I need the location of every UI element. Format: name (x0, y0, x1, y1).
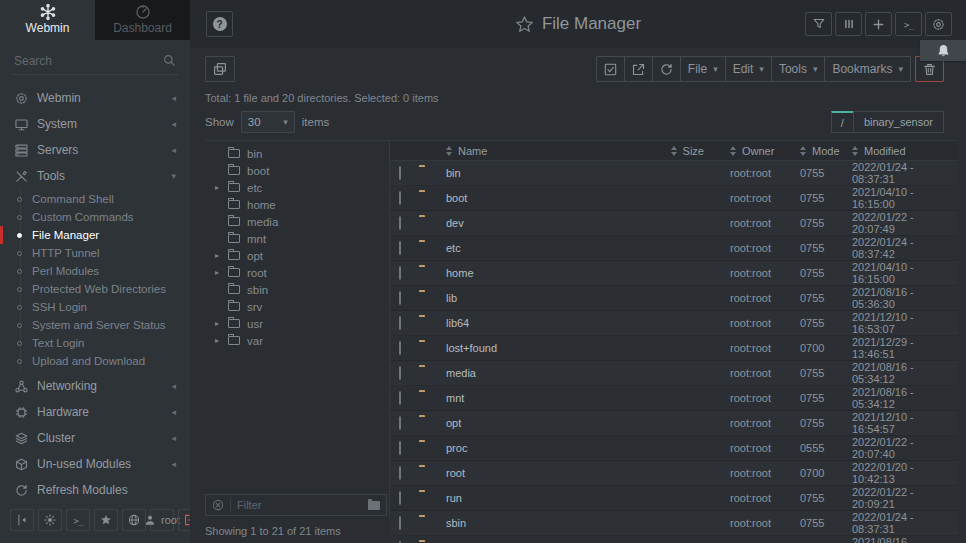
tree-item-opt[interactable]: ▸opt (205, 247, 389, 264)
sidebar-item-protected-web-directories[interactable]: Protected Web Directories (0, 280, 190, 298)
expand-arrow-icon[interactable]: ▸ (215, 268, 221, 277)
sidebar-item-cluster[interactable]: Cluster◂ (0, 425, 190, 451)
copy-path-button[interactable] (205, 56, 235, 82)
sidebar-item-tools[interactable]: Tools▾ (0, 163, 190, 189)
sidebar-item-http-tunnel[interactable]: HTTP Tunnel (0, 244, 190, 262)
sidebar-item-perl-modules[interactable]: Perl Modules (0, 262, 190, 280)
row-checkbox[interactable] (399, 391, 401, 405)
row-checkbox[interactable] (399, 366, 401, 380)
column-header-modified[interactable]: Modified (852, 145, 958, 157)
add-button[interactable] (865, 12, 892, 36)
table-row-boot[interactable]: bootroot:root07552021/04/10 - 16:15:00 (390, 186, 958, 211)
sidebar-item-system-and-server-status[interactable]: System and Server Status (0, 316, 190, 334)
row-checkbox[interactable] (399, 266, 401, 280)
tree-item-usr[interactable]: ▸usr (205, 315, 389, 332)
favorites-button[interactable] (94, 509, 118, 531)
sidebar-item-command-shell[interactable]: Command Shell (0, 190, 190, 208)
row-checkbox[interactable] (399, 491, 401, 505)
folder-icon[interactable] (368, 501, 380, 510)
table-row-home[interactable]: homeroot:root07552021/04/10 - 16:15:00 (390, 261, 958, 286)
column-header-owner[interactable]: Owner (714, 145, 800, 157)
table-row-lib64[interactable]: lib64root:root07552021/12/10 - 16:53:07 (390, 311, 958, 336)
table-row-srv[interactable]: srvroot:root07552021/08/16 - 05:34:12 (390, 536, 958, 543)
row-checkbox[interactable] (399, 216, 401, 230)
tree-item-srv[interactable]: srv (205, 298, 389, 315)
sidebar-item-system[interactable]: System◂ (0, 111, 190, 137)
table-row-mnt[interactable]: mntroot:root07552021/08/16 - 05:34:12 (390, 386, 958, 411)
tree-item-mnt[interactable]: mnt (205, 230, 389, 247)
table-row-run[interactable]: runroot:root07552022/01/22 - 20:09:21 (390, 486, 958, 511)
filter-button[interactable] (805, 12, 832, 36)
table-row-etc[interactable]: etcroot:root07552022/01/24 - 08:37:42 (390, 236, 958, 261)
theme-toggle-button[interactable] (38, 509, 62, 531)
tree-item-etc[interactable]: ▸etc (205, 179, 389, 196)
breadcrumb-segment[interactable]: binary_sensor (853, 111, 944, 133)
filter-input[interactable] (237, 499, 362, 511)
tree-item-sbin[interactable]: sbin (205, 281, 389, 298)
tab-dashboard[interactable]: Dashboard (95, 0, 190, 40)
row-checkbox[interactable] (399, 441, 401, 455)
row-checkbox[interactable] (399, 341, 401, 355)
sidebar-item-webmin[interactable]: Webmin◂ (0, 85, 190, 111)
tree-item-bin[interactable]: bin (205, 145, 389, 162)
tab-webmin[interactable]: Webmin (0, 0, 95, 40)
menu-edit[interactable]: Edit▾ (725, 56, 772, 82)
table-row-opt[interactable]: optroot:root07552021/12/10 - 16:54:57 (390, 411, 958, 436)
tree-item-home[interactable]: home (205, 196, 389, 213)
tree-item-root[interactable]: ▸root (205, 264, 389, 281)
sidebar-item-hardware[interactable]: Hardware◂ (0, 399, 190, 425)
table-row-bin[interactable]: binroot:root07552022/01/24 - 08:37:31 (390, 161, 958, 186)
sidebar-item-servers[interactable]: Servers◂ (0, 137, 190, 163)
row-checkbox[interactable] (399, 466, 401, 480)
menu-tools[interactable]: Tools▾ (771, 56, 826, 82)
row-checkbox[interactable] (399, 416, 401, 430)
tree-item-media[interactable]: media (205, 213, 389, 230)
expand-arrow-icon[interactable]: ▸ (215, 183, 221, 192)
terminal-button[interactable]: >_ (895, 12, 922, 36)
row-checkbox[interactable] (399, 166, 401, 180)
menu-file[interactable]: File▾ (680, 56, 726, 82)
row-checkbox[interactable] (399, 191, 401, 205)
row-checkbox[interactable] (399, 291, 401, 305)
column-header-name[interactable]: Name (446, 145, 624, 157)
row-checkbox[interactable] (399, 316, 401, 330)
help-button[interactable]: ? (206, 11, 233, 37)
table-row-lib[interactable]: libroot:root07552021/08/16 - 05:36:30 (390, 286, 958, 311)
sidebar-item-ssh-login[interactable]: SSH Login (0, 298, 190, 316)
row-checkbox[interactable] (399, 241, 401, 255)
sidebar-item-upload-and-download[interactable]: Upload and Download (0, 352, 190, 370)
expand-arrow-icon[interactable]: ▸ (215, 251, 221, 260)
columns-button[interactable] (835, 12, 862, 36)
user-button[interactable]: root (150, 509, 174, 531)
tree-item-boot[interactable]: boot (205, 162, 389, 179)
export-button[interactable] (624, 56, 653, 82)
sidebar-item-networking[interactable]: Networking◂ (0, 373, 190, 399)
clear-filter-icon[interactable] (212, 499, 224, 511)
breadcrumb-root[interactable]: / (831, 111, 854, 133)
column-header-mode[interactable]: Mode (800, 145, 852, 157)
table-row-lost-found[interactable]: lost+foundroot:root07002021/12/29 - 13:4… (390, 336, 958, 361)
notifications-tab[interactable] (920, 40, 966, 61)
expand-arrow-icon[interactable]: ▸ (215, 336, 221, 345)
search-input[interactable] (12, 50, 178, 75)
refresh-button[interactable] (652, 56, 681, 82)
table-row-proc[interactable]: procroot:root05552022/01/22 - 20:07:40 (390, 436, 958, 461)
table-row-media[interactable]: mediaroot:root07552021/08/16 - 05:34:12 (390, 361, 958, 386)
shell-button[interactable]: >_ (66, 509, 90, 531)
sidebar-item-file-manager[interactable]: File Manager (0, 226, 190, 244)
expand-arrow-icon[interactable]: ▸ (215, 319, 221, 328)
language-button[interactable] (122, 509, 146, 531)
settings-button[interactable] (925, 12, 952, 36)
tree-item-var[interactable]: ▸var (205, 332, 389, 349)
sidebar-item-un-used-modules[interactable]: Un-used Modules◂ (0, 451, 190, 477)
menu-bookmarks[interactable]: Bookmarks▾ (824, 56, 911, 82)
sidebar-item-refresh-modules[interactable]: Refresh Modules (0, 477, 190, 501)
page-size-select[interactable]: 30 ▾ (241, 111, 295, 133)
select-all-button[interactable] (596, 56, 625, 82)
table-row-root[interactable]: rootroot:root07002022/01/20 - 10:42:13 (390, 461, 958, 486)
sidebar-item-text-login[interactable]: Text Login (0, 334, 190, 352)
column-header-size[interactable]: Size (624, 145, 714, 157)
table-row-dev[interactable]: devroot:root07552022/01/22 - 20:07:49 (390, 211, 958, 236)
collapse-sidebar-button[interactable] (10, 509, 34, 531)
sidebar-item-custom-commands[interactable]: Custom Commands (0, 208, 190, 226)
